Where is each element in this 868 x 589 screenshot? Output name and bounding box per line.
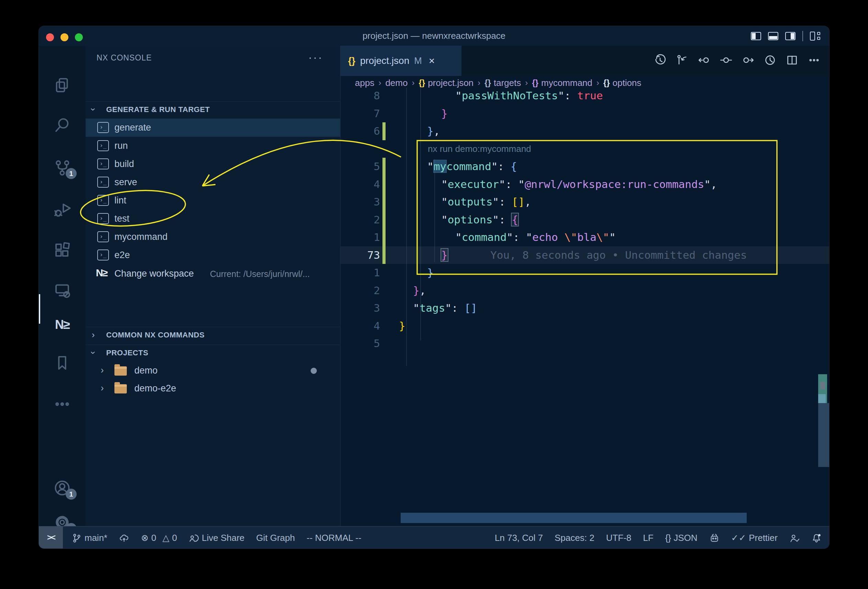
tab-project-json[interactable]: {} project.json M × [341,46,462,76]
editor-action-more-actions[interactable] [808,54,820,68]
statusbar-eol[interactable]: LF [643,533,653,543]
sidebar-item-change-workspace[interactable]: N≥ Change workspace Current: /Users/juri… [86,264,340,283]
activity-item-remote-explorer[interactable] [39,273,86,307]
statusbar-sync[interactable] [119,533,129,543]
statusbar-notifications[interactable] [811,533,822,543]
sidebar-item-mycommand[interactable]: ›_mycommand [86,228,340,246]
sidebar-item-run[interactable]: ›_run [86,137,340,155]
robot-icon [709,533,720,543]
chevron-right-icon: › [92,329,95,340]
activity-item-accounts[interactable]: 1 [39,471,86,505]
statusbar-encoding[interactable]: UTF-8 [606,533,632,543]
breadcrumb-separator: › [525,78,528,88]
terminal-icon: ›_ [97,195,109,206]
split-editor-icon [786,54,798,66]
editor-action-previous-change[interactable] [698,54,710,68]
activity-item-bookmarks[interactable] [39,346,86,380]
breadcrumb-item-targets[interactable]: {}targets [484,78,521,88]
editor-action-split-editor[interactable] [786,54,798,68]
statusbar-feedback[interactable] [789,533,800,543]
toggle-sidebar-right-icon[interactable] [785,32,796,40]
breadcrumb-item-demo[interactable]: demo [385,78,407,88]
horizontal-scrollbar[interactable] [401,513,747,523]
line-number: 3 [341,299,380,317]
statusbar-problems[interactable]: ⊗0△0 [141,533,177,543]
code-line: 1} [341,264,830,282]
chevron-down-icon: › [88,108,99,111]
sidebar-item-lint[interactable]: ›_lint [86,191,340,210]
breadcrumb-item-options[interactable]: {}options [604,78,642,88]
editor-action-history[interactable] [654,54,666,68]
codelens-run-link[interactable]: nx run demo:mycommand [428,140,531,158]
breadcrumb-item-project-json[interactable]: {}project.json [419,78,474,88]
editor-action-change[interactable] [720,54,732,68]
line-number: 2 [341,211,380,229]
modified-dot [311,368,317,374]
code-text: } [399,317,406,335]
files-icon [53,76,71,94]
chevron-right-icon: › [101,365,104,376]
sidebar-item-e2e[interactable]: ›_e2e [86,246,340,264]
folder-icon [114,384,127,393]
statusbar-live-share[interactable]: Live Share [189,533,244,543]
activity-item-more-views[interactable] [39,387,86,421]
sidebar-item-generate[interactable]: ›_generate [86,118,340,137]
code-editor[interactable]: 8"passWithNoTests": true7}6},nx run demo… [341,87,830,353]
code-line: 3"outputs": [], [341,193,830,211]
activity-item-nx-console[interactable]: N≥ [39,307,86,342]
editor-action-timeline[interactable] [764,54,776,68]
sidebar-item-build[interactable]: ›_build [86,155,340,173]
project-item-demo[interactable]: ›demo [86,362,340,380]
code-line: 5 [341,335,830,353]
terminal-icon: ›_ [97,231,109,242]
nx-console-icon: N≥ [55,317,69,332]
activity-item-explorer[interactable] [39,68,86,102]
activity-item-run-and-debug[interactable] [39,192,86,226]
next-change-icon [742,54,754,66]
section-generate-run-target[interactable]: › GENERATE & RUN TARGET [86,101,340,117]
customize-layout-icon[interactable] [810,32,820,41]
nx-logo-icon: N≥ [96,267,107,279]
toggle-sidebar-left-icon[interactable] [751,32,761,40]
activity-item-search[interactable] [39,108,86,142]
section-projects[interactable]: › PROJECTS [86,345,340,360]
code-text: "command": "echo \"bla\"" [455,229,616,247]
toggle-panel-icon[interactable] [768,32,778,40]
statusbar-git-graph[interactable]: Git Graph [256,533,295,543]
code-text: } [427,264,434,282]
remote-indicator[interactable]: >< [39,527,63,549]
section-common-nx-commands[interactable]: › COMMON NX COMMANDS [86,327,340,342]
more-icon [53,395,71,413]
breadcrumb-separator: › [478,78,480,88]
statusbar-language-mode[interactable]: {} JSON [665,533,698,543]
code-line: 4} [341,317,830,335]
statusbar-git-branch[interactable]: main* [71,533,107,543]
badge: 1 [66,168,77,179]
code-text: "executor": "@nrwl/workspace:run-command… [441,176,717,193]
breadcrumb-item-apps[interactable]: apps [355,78,374,88]
git-branch-icon [71,533,82,543]
terminal-icon: ›_ [97,177,109,187]
vertical-scrollbar[interactable] [818,403,830,467]
activity-item-source-control[interactable]: 1 [39,150,86,185]
statusbar-cursor-position[interactable]: Ln 73, Col 7 [495,533,543,543]
project-item-demo-e2e[interactable]: ›demo-e2e [86,379,340,398]
breadcrumb-item-mycommand[interactable]: {}mycommand [532,78,592,88]
layout-controls [751,26,820,46]
panel-more-actions-icon[interactable]: ··· [308,50,323,64]
sidebar-item-test[interactable]: ›_test [86,210,340,228]
editor-action-next-change[interactable] [742,54,754,68]
history-icon [654,54,666,66]
editor-action-compare-previous[interactable] [676,54,688,68]
code-text: "options": { [441,211,518,229]
statusbar-docker-robot[interactable] [709,533,720,543]
overview-ruler-marker [820,382,825,389]
code-text: }, [427,123,440,140]
activity-item-extensions[interactable] [39,233,86,267]
statusbar-indentation[interactable]: Spaces: 2 [555,533,595,543]
statusbar-vim-mode[interactable]: -- NORMAL -- [307,533,361,543]
line-number: 4 [341,317,380,335]
sidebar-item-serve[interactable]: ›_serve [86,173,340,191]
statusbar-formatter-prettier[interactable]: ✓✓Prettier [731,533,778,543]
close-tab-icon[interactable]: × [429,55,435,66]
